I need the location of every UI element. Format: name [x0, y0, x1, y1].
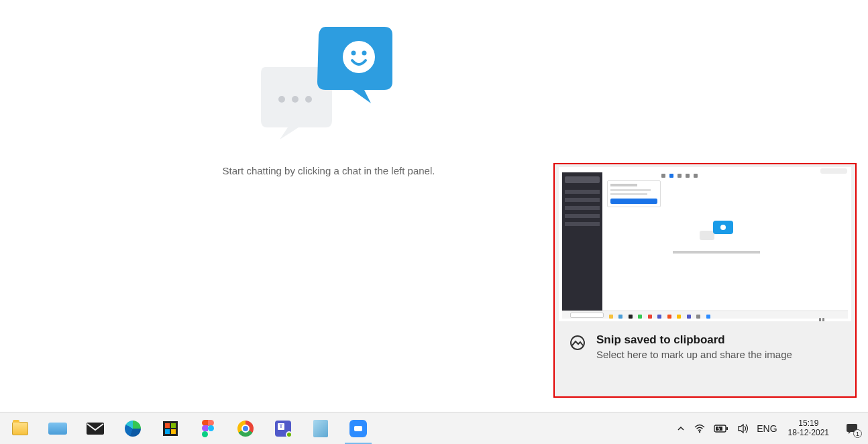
taskbar-figma[interactable] — [189, 412, 227, 445]
taskbar-pinned-apps: T — [0, 412, 377, 445]
taskbar-edge[interactable] — [114, 412, 152, 445]
taskbar-teams[interactable]: T — [264, 412, 302, 445]
teams-icon: T — [274, 419, 292, 438]
taskbar-chrome[interactable] — [227, 412, 264, 445]
speaker-icon — [737, 423, 749, 435]
preview-search — [820, 168, 847, 174]
toast-body[interactable]: Snip saved to clipboard Select here to m… — [555, 321, 855, 396]
tray-wifi[interactable] — [690, 412, 710, 444]
tray-action-center[interactable]: 1 — [836, 412, 868, 444]
tray-date: 18-12-2021 — [788, 429, 829, 438]
chevron-up-icon — [676, 424, 686, 433]
chrome-icon — [236, 419, 255, 438]
keyboard-icon — [48, 419, 67, 438]
snip-app-icon — [569, 335, 586, 353]
tray-volume[interactable] — [733, 412, 753, 444]
preview-caption — [673, 251, 760, 254]
toast-title: Snip saved to clipboard — [596, 333, 839, 347]
taskbar-mail[interactable] — [76, 412, 114, 445]
taskbar-microsoft-store[interactable] — [152, 412, 189, 445]
file-explorer-icon — [11, 419, 30, 438]
preview-topbar — [659, 168, 818, 175]
taskbar-file-explorer[interactable] — [1, 412, 39, 445]
svg-rect-7 — [87, 423, 104, 435]
wifi-icon — [694, 423, 706, 435]
tray-battery[interactable] — [710, 412, 733, 444]
tray-overflow-chevron[interactable] — [672, 412, 690, 444]
svg-point-8 — [699, 431, 700, 432]
mail-icon — [86, 419, 105, 438]
system-tray: ENG 15:19 18-12-2021 1 — [672, 412, 868, 444]
snip-preview-thumbnail — [559, 167, 851, 321]
preview-blue-bubble — [713, 221, 733, 234]
figma-icon — [199, 419, 217, 438]
windows-taskbar: T ENG 15:19 18-12-2021 — [0, 412, 868, 444]
snip-notification-toast[interactable]: Snip saved to clipboard Select here to m… — [553, 163, 857, 398]
svg-point-0 — [278, 96, 285, 103]
taskbar-on-screen-keyboard[interactable] — [39, 412, 76, 445]
notification-badge: 1 — [853, 429, 862, 438]
taskbar-zoom[interactable] — [339, 412, 377, 445]
svg-point-3 — [343, 41, 375, 73]
notepad-icon — [311, 419, 330, 438]
svg-point-5 — [362, 51, 367, 56]
toast-description: Select here to mark up and share the ima… — [596, 348, 839, 362]
store-icon — [161, 419, 180, 438]
preview-card — [607, 180, 661, 207]
svg-rect-10 — [726, 427, 728, 430]
tray-language[interactable]: ENG — [753, 412, 781, 444]
preview-sidebar — [562, 172, 602, 316]
edge-icon — [123, 419, 142, 438]
tray-clock[interactable]: 15:19 18-12-2021 — [781, 412, 836, 444]
chat-bubbles-illustration — [252, 20, 406, 141]
svg-point-1 — [292, 96, 299, 103]
toast-text: Snip saved to clipboard Select here to m… — [596, 333, 839, 362]
preview-taskbar — [562, 311, 848, 319]
taskbar-notepad[interactable] — [302, 412, 339, 445]
battery-icon — [714, 424, 728, 433]
zoom-icon — [349, 419, 368, 438]
svg-point-4 — [351, 51, 356, 56]
preview-grey-bubble — [700, 231, 714, 240]
tray-time: 15:19 — [798, 419, 818, 429]
svg-point-2 — [305, 96, 312, 103]
